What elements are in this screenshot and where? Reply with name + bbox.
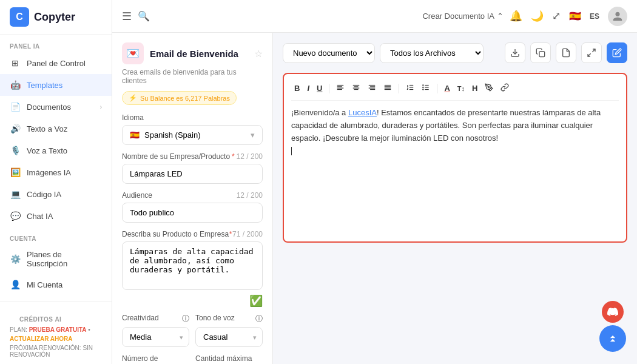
sidebar-item-chat-ia[interactable]: 💬 Chat IA xyxy=(0,205,112,227)
moon-icon[interactable]: 🌙 xyxy=(531,10,544,22)
sidebar-item-texto-a-voz[interactable]: 🔊 Texto a Voz xyxy=(0,118,112,140)
fab-blue-scroll-button[interactable] xyxy=(599,325,626,352)
unordered-list-button[interactable] xyxy=(419,81,433,95)
template-icon: 💌 xyxy=(126,47,140,60)
chevron-right-icon: › xyxy=(100,104,102,110)
check-icon[interactable]: ✅ xyxy=(249,294,263,308)
main-area: 💌 Email de Bienvenida ☆ Crea emails de b… xyxy=(112,33,637,364)
speaker-icon: 🔊 xyxy=(10,123,21,134)
bold-button[interactable]: B xyxy=(291,82,303,95)
sidebar-item-codigo-ia[interactable]: 💻 Código IA xyxy=(0,183,112,205)
expand-icon-btn[interactable] xyxy=(581,42,602,63)
nombre-input[interactable] xyxy=(122,164,263,184)
nombre-label: Nombre de su Empresa/Producto * 12 / 200 xyxy=(122,152,263,161)
menu-icon[interactable]: ☰ xyxy=(122,10,132,23)
user-icon: 👤 xyxy=(10,279,21,290)
italic-button[interactable]: I xyxy=(304,82,312,95)
sidebar-item-mi-cuenta[interactable]: 👤 Mi Cuenta xyxy=(0,274,112,295)
lang-text: ES xyxy=(590,12,599,21)
idioma-label: Idioma xyxy=(122,113,263,122)
describe-char-count: 71 / 2000 xyxy=(232,230,263,238)
sidebar-item-templates[interactable]: 🤖 Templates xyxy=(0,74,112,96)
toolbar-separator-2 xyxy=(399,84,399,93)
tono-select-wrapper: Casual Formal Amigable xyxy=(195,327,263,347)
toolbar-separator-1 xyxy=(329,84,329,93)
align-center-button[interactable] xyxy=(349,81,363,95)
tono-label: Tono de voz ⓘ xyxy=(195,314,263,324)
plan-free-link[interactable]: PRUEBA GRATUITA xyxy=(29,326,87,333)
user-avatar[interactable] xyxy=(608,7,627,26)
chevron-down-icon: ▾ xyxy=(251,130,255,140)
creatividad-field: Creatividad ⓘ Media Baja Alta xyxy=(122,314,189,347)
sidebar-item-documentos[interactable]: 📄 Documentos › xyxy=(0,96,112,118)
star-icon[interactable]: ☆ xyxy=(254,48,263,59)
link-button[interactable] xyxy=(497,81,512,95)
sidebar-item-label: Panel de Control xyxy=(27,59,102,68)
logo-text: Copyter xyxy=(34,11,75,24)
editor-box[interactable]: B I U xyxy=(283,73,627,243)
template-icon-box: 💌 xyxy=(122,42,144,64)
tono-select[interactable]: Casual Formal Amigable xyxy=(195,327,263,347)
right-topbar: Nuevo documento Todos los Archivos xyxy=(283,42,627,63)
num-resultados-field: Número de resultados xyxy=(122,354,189,364)
creatividad-select[interactable]: Media Baja Alta xyxy=(122,327,189,347)
describe-textarea[interactable]: Lámparas de alta capacidad de alumbrado,… xyxy=(122,241,263,290)
renewal-text: PRÓXIMA RENOVACIÓN: SIN RENOVACIÓN xyxy=(10,345,102,358)
sidebar-item-voz-a-texto[interactable]: 🎙️ Voz a Texto xyxy=(0,140,112,161)
archive-select-wrapper: Todos los Archivos xyxy=(380,43,484,63)
settings-icon: ⚙️ xyxy=(10,254,21,265)
bolt-icon: ⚡ xyxy=(129,94,137,102)
sidebar-item-panel-control[interactable]: ⊞ Panel de Control xyxy=(0,52,112,74)
chat-icon: 💬 xyxy=(10,211,21,221)
download-icon-btn[interactable] xyxy=(505,42,525,63)
plan-upgrade-link[interactable]: ACTUALIZAR AHORA xyxy=(10,335,73,342)
toolbar-separator-3 xyxy=(437,84,437,93)
fullscreen-icon[interactable]: ⤢ xyxy=(552,10,561,22)
template-title: Email de Bienvenida xyxy=(150,49,238,59)
underline-button[interactable]: U xyxy=(314,82,325,95)
ordered-list-button[interactable] xyxy=(403,81,417,95)
creatividad-info-icon: ⓘ xyxy=(182,314,189,324)
creditos-label: CRÉDITOS AI xyxy=(10,308,102,325)
panel-ia-section-label: PANEL IA xyxy=(0,35,112,52)
sidebar-item-label: Documentos xyxy=(27,103,94,112)
align-left-button[interactable] xyxy=(333,81,348,95)
align-right-button[interactable] xyxy=(365,81,379,95)
archive-select[interactable]: Todos los Archivos xyxy=(380,43,484,63)
font-size-button[interactable]: T↕ xyxy=(454,83,468,94)
heading-button[interactable]: H xyxy=(469,82,480,95)
editor-paragraph: ¡Bienvenido/a a LucesIA! Estamos encanta… xyxy=(291,107,619,144)
sidebar-item-planes[interactable]: ⚙️ Planes de Suscripción xyxy=(0,244,112,274)
describe-label: Describa su Producto o Empresa * 71 / 20… xyxy=(122,230,263,238)
audience-input[interactable] xyxy=(122,203,263,223)
brush-button[interactable] xyxy=(482,81,496,95)
audience-label: Audience 12 / 200 xyxy=(122,191,263,200)
audience-char-count: 12 / 200 xyxy=(237,191,263,200)
edit-active-btn[interactable] xyxy=(607,42,627,63)
creativity-tone-row: Creatividad ⓘ Media Baja Alta Tono de vo… xyxy=(122,314,263,347)
document-icon: 📄 xyxy=(10,101,21,112)
sidebar-item-imagenes-ia[interactable]: 🖼️ Imágenes IA xyxy=(0,161,112,183)
cantidad-field: Cantidad máxima por resultado xyxy=(195,354,263,364)
sidebar-item-label: Voz a Texto xyxy=(27,146,102,155)
mic-icon: 🎙️ xyxy=(10,145,21,156)
copy-icon-btn[interactable] xyxy=(530,42,551,63)
search-icon[interactable]: 🔍 xyxy=(138,10,150,22)
right-panel: Nuevo documento Todos los Archivos xyxy=(273,33,637,364)
code-icon: 💻 xyxy=(10,189,21,200)
fab-red-button[interactable] xyxy=(602,301,624,323)
editor-content[interactable]: ¡Bienvenido/a a LucesIA! Estamos encanta… xyxy=(291,107,619,155)
font-color-button[interactable]: A xyxy=(441,82,453,95)
document-select[interactable]: Nuevo documento xyxy=(283,43,375,63)
plan-info: PLAN: PRUEBA GRATUITA • ACTUALIZAR AHORA xyxy=(10,325,102,343)
template-header: 💌 Email de Bienvenida ☆ xyxy=(122,42,263,64)
cuenta-section-label: CUENTA xyxy=(0,227,112,244)
justify-button[interactable] xyxy=(380,81,395,95)
language-select[interactable]: 🇪🇸 Spanish (Spain) ▾ xyxy=(122,125,263,145)
bell-icon[interactable]: 🔔 xyxy=(510,10,522,22)
templates-icon: 🤖 xyxy=(10,79,21,90)
crear-documento-button[interactable]: Crear Documento IA ⌃ xyxy=(422,12,504,21)
tono-info-icon: ⓘ xyxy=(255,314,263,324)
template-subtitle: Crea emails de bienvenida para tus clien… xyxy=(122,68,263,85)
file-icon-btn[interactable] xyxy=(556,42,576,63)
